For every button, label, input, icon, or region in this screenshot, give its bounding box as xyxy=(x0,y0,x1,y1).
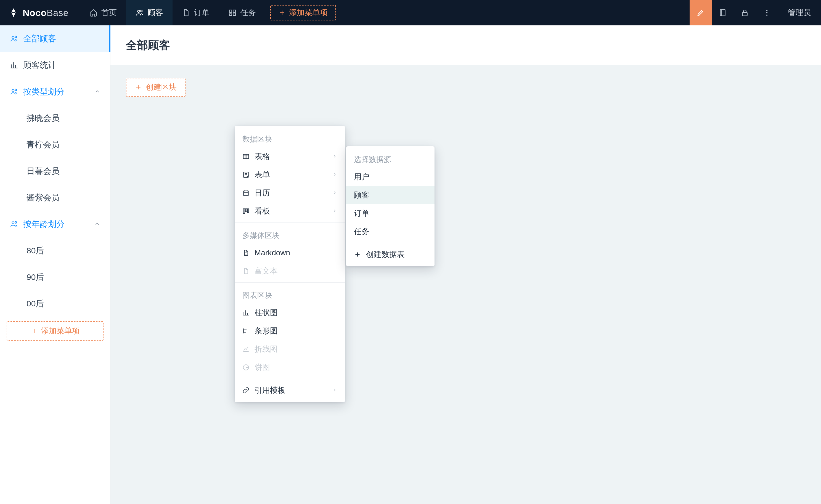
svg-rect-6 xyxy=(720,10,725,16)
sidebar-item-all-customers[interactable]: 全部顾客 xyxy=(0,25,110,52)
brand-mark-icon xyxy=(8,7,19,18)
main-area: 全部顾客 创建区块 数据区块 表格 表单 日历 xyxy=(110,25,821,504)
svg-rect-4 xyxy=(229,14,232,15)
collections-button[interactable] xyxy=(712,0,734,25)
menu-item-label: 顾客 xyxy=(354,190,369,200)
sidebar-sub-jiangzi[interactable]: 酱紫会员 xyxy=(0,184,110,211)
menu-item-label: 富文本 xyxy=(255,266,278,276)
svg-point-11 xyxy=(12,36,14,38)
menu-item-kanban[interactable]: 看板 xyxy=(235,202,345,220)
home-icon xyxy=(89,9,97,17)
sidebar-add-menu-item[interactable]: 添加菜单项 xyxy=(7,321,104,341)
brand-name-thin: Base xyxy=(47,7,69,18)
svg-rect-20 xyxy=(243,209,245,213)
file-icon xyxy=(242,267,250,275)
sidebar-group-label: 按年龄划分 xyxy=(23,219,65,230)
svg-point-0 xyxy=(137,10,140,12)
page-title: 全部顾客 xyxy=(126,38,170,53)
svg-point-13 xyxy=(12,89,14,91)
menu-item-label: 引用模板 xyxy=(255,385,285,396)
sidebar-add-label: 添加菜单项 xyxy=(41,326,80,336)
sidebar-group-by-age[interactable]: 按年龄划分 xyxy=(0,211,110,237)
users-icon xyxy=(10,220,18,228)
svg-rect-2 xyxy=(229,10,232,12)
page-canvas: 创建区块 xyxy=(110,65,821,109)
create-block-label: 创建区块 xyxy=(146,82,177,92)
menu-section-media: 多媒体区块 xyxy=(235,225,345,244)
file-icon xyxy=(182,9,190,17)
menu-item-label: Markdown xyxy=(255,248,290,257)
brand-name-bold: Noco xyxy=(23,7,47,18)
menu-item-label: 订单 xyxy=(354,208,369,219)
topnav-add-label: 添加菜单项 xyxy=(289,7,328,18)
menu-item-table[interactable]: 表格 xyxy=(235,147,345,166)
topnav-item-orders[interactable]: 订单 xyxy=(173,0,219,25)
create-block-menu: 数据区块 表格 表单 日历 看板 多媒体区块 xyxy=(235,126,345,402)
svg-point-8 xyxy=(766,10,768,11)
permissions-button[interactable] xyxy=(734,0,756,25)
topnav-item-tasks[interactable]: 任务 xyxy=(219,0,265,25)
topnav-item-customers[interactable]: 顾客 xyxy=(126,0,173,25)
sidebar-group-label: 按类型划分 xyxy=(23,86,65,97)
topnav-label: 任务 xyxy=(240,7,256,18)
datasource-item-users[interactable]: 用户 xyxy=(346,168,435,186)
tasks-icon xyxy=(228,9,237,17)
menu-item-bar-chart[interactable]: 条形图 xyxy=(235,322,345,340)
sidebar-sub-80s[interactable]: 80后 xyxy=(0,237,110,264)
bar-chart-horizontal-icon xyxy=(242,327,250,335)
menu-section-data: 数据区块 xyxy=(235,129,345,147)
chevron-right-icon xyxy=(332,189,337,197)
chevron-right-icon xyxy=(332,386,337,395)
svg-rect-19 xyxy=(243,191,248,195)
menu-item-reference-template[interactable]: 引用模板 xyxy=(235,381,345,399)
menu-item-label: 表格 xyxy=(255,151,270,162)
sidebar-group-by-type[interactable]: 按类型划分 xyxy=(0,78,110,105)
svg-rect-21 xyxy=(245,209,247,212)
users-icon xyxy=(10,35,18,43)
bar-chart-icon xyxy=(10,61,18,69)
menu-item-form[interactable]: 表单 xyxy=(235,166,345,184)
sidebar-sub-label: 80后 xyxy=(27,245,44,256)
sidebar-item-customer-stats[interactable]: 顾客统计 xyxy=(0,52,110,78)
lock-icon xyxy=(741,9,749,17)
more-button[interactable] xyxy=(756,0,778,25)
menu-item-label: 用户 xyxy=(354,172,369,182)
form-icon xyxy=(242,171,250,178)
sidebar-sub-fuxiao[interactable]: 拂晓会员 xyxy=(0,105,110,131)
menu-item-label: 条形图 xyxy=(255,326,278,336)
menu-item-label: 创建数据表 xyxy=(366,249,405,260)
sidebar-item-label: 顾客统计 xyxy=(23,60,56,71)
datasource-create-collection[interactable]: 创建数据表 xyxy=(346,245,435,264)
sidebar-sub-rimu[interactable]: 日暮会员 xyxy=(0,158,110,184)
svg-point-14 xyxy=(15,89,17,91)
svg-point-9 xyxy=(766,12,768,14)
menu-item-richtext: 富文本 xyxy=(235,262,345,280)
menu-item-label: 任务 xyxy=(354,226,369,237)
topbar: NocoBase 首页 顾客 订单 任务 添加菜单项 xyxy=(0,0,821,25)
sidebar: 全部顾客 顾客统计 按类型划分 拂晓会员 青柠会员 日暮会员 酱紫会员 按年龄划… xyxy=(0,25,110,504)
plus-icon xyxy=(135,84,142,91)
datasource-item-customers[interactable]: 顾客 xyxy=(346,186,435,204)
create-block-button[interactable]: 创建区块 xyxy=(126,78,186,97)
menu-item-label: 日历 xyxy=(255,188,270,198)
sidebar-sub-label: 日暮会员 xyxy=(27,166,60,177)
datasource-item-tasks[interactable]: 任务 xyxy=(346,222,435,241)
sidebar-sub-qingning[interactable]: 青柠会员 xyxy=(0,131,110,158)
topnav-label: 顾客 xyxy=(148,7,163,18)
current-user[interactable]: 管理员 xyxy=(778,0,821,25)
datasource-item-orders[interactable]: 订单 xyxy=(346,204,435,222)
menu-item-markdown[interactable]: Markdown xyxy=(235,244,345,262)
sidebar-sub-00s[interactable]: 00后 xyxy=(0,290,110,317)
sidebar-sub-90s[interactable]: 90后 xyxy=(0,264,110,290)
svg-rect-17 xyxy=(243,154,249,158)
menu-section-chart: 图表区块 xyxy=(235,285,345,304)
sidebar-sub-label: 90后 xyxy=(27,272,44,283)
column-chart-icon xyxy=(242,309,250,316)
topnav-item-home[interactable]: 首页 xyxy=(80,0,126,25)
design-mode-button[interactable] xyxy=(690,0,712,25)
menu-item-calendar[interactable]: 日历 xyxy=(235,184,345,202)
link-icon xyxy=(242,387,250,394)
brand-logo[interactable]: NocoBase xyxy=(0,0,80,25)
menu-item-column-chart[interactable]: 柱状图 xyxy=(235,304,345,322)
topnav-add-menu-item[interactable]: 添加菜单项 xyxy=(270,5,336,20)
